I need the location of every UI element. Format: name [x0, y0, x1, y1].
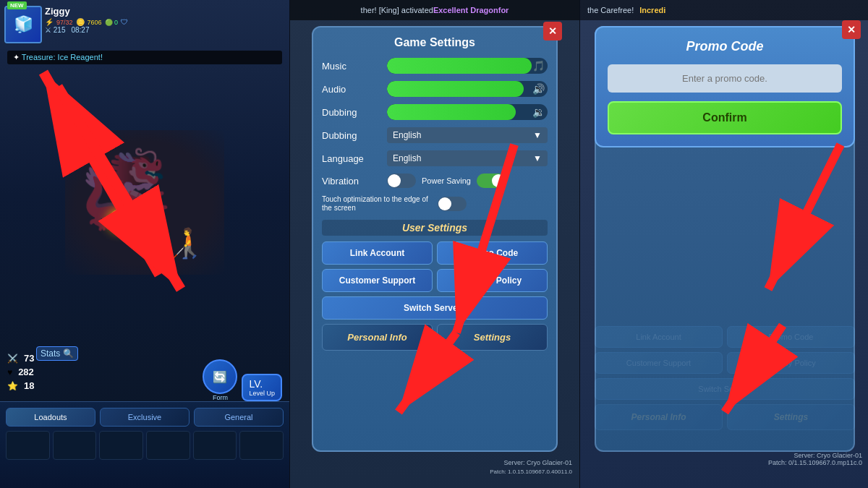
power-saving-knob — [492, 174, 505, 187]
levelup-text: Level Up — [249, 390, 275, 397]
music-slider[interactable]: 🎵 — [387, 58, 548, 74]
slot-6 — [239, 431, 284, 460]
dubbing-icon: 🔉 — [532, 106, 545, 118]
attack-value: 73 — [24, 353, 34, 364]
vibration-toggle[interactable] — [387, 174, 416, 188]
audio-setting: Audio 🔊 — [322, 81, 548, 97]
dubbing-dropdown[interactable]: English ▼ — [387, 127, 548, 143]
promo-title: Promo Code — [608, 39, 842, 54]
language-value: English — [393, 153, 421, 163]
notif-prefix: ther! [King] activated — [361, 6, 433, 14]
character-icon: 🧑‍🦯 — [166, 226, 203, 260]
p3-server-info: Server: Cryo Glacier-01 Patch: 0/1.15.10… — [768, 452, 862, 466]
slot-4 — [146, 431, 190, 460]
bottom-right-controls: 🔄 Form LV. Level Up — [203, 359, 282, 401]
panel-promo-code: the Carefree! Incredi Game Settings Musi… — [580, 0, 868, 488]
treasure-notification: ✦ Treasure: Ice Reagent! — [7, 51, 282, 64]
music-icon: 🎵 — [532, 60, 545, 72]
slot-5 — [193, 431, 237, 460]
audio-icon: 🔊 — [532, 83, 545, 95]
notification-bar: ther! [King] activated Excellent Dragonf… — [290, 0, 579, 20]
chevron-down-icon-lang: ▼ — [533, 153, 542, 163]
touch-knob — [438, 197, 451, 210]
user-btn-grid: Link Account Promo Code — [322, 241, 548, 265]
player-level: ⚔ 215 — [45, 26, 65, 34]
star-stat: ⭐ 18 — [7, 380, 34, 391]
privacy-policy-button[interactable]: Privacy Policy — [437, 269, 548, 292]
audio-label: Audio — [322, 84, 387, 95]
panel-gameplay: 🧊 NEW Ziggy ⚡ 97/32 🪙 7606 🟢 0 🛡 ⚔ 215 0… — [0, 0, 289, 488]
p3-patch: Patch: 0/1.15.109667.0.mp11c.0 — [768, 459, 862, 466]
level-up-button[interactable]: LV. Level Up — [242, 374, 282, 401]
player-info: Ziggy ⚡ 97/32 🪙 7606 🟢 0 🛡 ⚔ 215 08:27 — [45, 6, 285, 34]
promo-code-input[interactable] — [608, 64, 842, 93]
audio-slider[interactable]: 🔊 — [387, 81, 548, 97]
slot-2 — [53, 431, 97, 460]
form-button[interactable]: 🔄 — [203, 359, 237, 394]
stats-icon-btn[interactable]: Stats 🔍 — [36, 346, 78, 359]
star-icon: ⭐ — [7, 381, 18, 391]
modal-close-button[interactable]: ✕ — [543, 22, 562, 40]
settings-modal: ✕ Game Settings Music 🎵 Audio 🔊 Dubbing … — [312, 26, 558, 452]
promo-code-button[interactable]: Promo Code — [437, 241, 548, 265]
dubbing-fill — [387, 104, 516, 120]
attack-stat: ⚔️ 73 — [7, 353, 34, 364]
exclusive-button[interactable]: Exclusive — [100, 408, 190, 427]
touch-setting: Touch optimization to the edge of the sc… — [322, 195, 548, 213]
levelup-lv: LV. — [249, 378, 275, 390]
coin-count: 7606 — [88, 19, 102, 26]
dubbing-slider-setting: Dubbing 🔉 — [322, 104, 548, 120]
timer: 08:27 — [71, 26, 89, 34]
player-name: Ziggy — [45, 6, 285, 17]
language-label: Language — [322, 153, 387, 164]
switch-servers-button[interactable]: Switch Servers — [322, 296, 548, 320]
p3-title: Incredi — [639, 6, 665, 14]
loadouts-button[interactable]: Loadouts — [6, 408, 95, 427]
language-setting: Language English ▼ — [322, 150, 548, 166]
music-fill — [387, 58, 532, 74]
nav-slots — [6, 431, 284, 460]
hp-stat-value: 282 — [18, 367, 34, 377]
dubbing-slider[interactable]: 🔉 — [387, 104, 548, 120]
customer-support-button[interactable]: Customer Support — [322, 269, 433, 292]
panel-settings: ther! [King] activated Excellent Dragonf… — [290, 0, 579, 488]
form-label: Form — [213, 394, 228, 401]
hud-stats-row: ⚡ 97/32 🪙 7606 🟢 0 🛡 — [45, 18, 285, 26]
bottom-nav: Loadouts Exclusive General — [0, 401, 289, 488]
sword-icon: ⚔️ — [7, 354, 18, 364]
nav-top-row: Loadouts Exclusive General — [6, 408, 284, 427]
power-saving-label: Power Saving — [422, 176, 471, 185]
dubbing-dropdown-setting: Dubbing English ▼ — [322, 127, 548, 143]
personal-info-button[interactable]: Personal Info — [322, 324, 433, 351]
user-settings-title: User Settings — [322, 220, 548, 236]
slot-3 — [99, 431, 143, 460]
panel3-hud: the Carefree! Incredi — [580, 0, 868, 20]
dubbing-value: English — [393, 130, 421, 140]
settings-button[interactable]: Settings — [437, 324, 548, 351]
touch-toggle[interactable] — [438, 197, 467, 211]
confirm-button[interactable]: Confirm — [608, 101, 842, 134]
panel3-close-button[interactable]: ✕ — [842, 20, 861, 39]
coin-icon: 🪙 — [76, 18, 85, 26]
dubbing-dropdown-label: Dubbing — [322, 130, 387, 141]
link-account-button[interactable]: Link Account — [322, 241, 433, 265]
server-info: Server: Cryo Glacier-01 — [503, 459, 572, 466]
avatar-image: 🧊 — [6, 7, 41, 42]
avatar: 🧊 NEW — [4, 6, 42, 43]
p3-player-name: the Carefree! — [587, 6, 634, 14]
hp-value: 97/32 — [56, 19, 73, 26]
user-btn-grid-2: Customer Support Privacy Policy — [322, 269, 548, 292]
monster-scene: 🐉 🧑‍🦯 — [0, 65, 289, 340]
language-dropdown[interactable]: English ▼ — [387, 150, 548, 166]
star-value: 18 — [24, 380, 34, 391]
power-saving-toggle[interactable] — [477, 174, 506, 188]
orb — [109, 210, 130, 231]
promo-code-modal: Promo Code Confirm — [595, 26, 855, 147]
general-button[interactable]: General — [194, 408, 284, 427]
hp-stat: ♥ 282 — [7, 367, 34, 377]
bottom-stats: ⚔️ 73 ♥ 282 ⭐ 18 — [7, 353, 34, 394]
gem-count: 🟢 0 — [105, 19, 119, 26]
shield-icon: 🛡 — [121, 18, 128, 26]
modal-title: Game Settings — [322, 36, 548, 49]
audio-fill — [387, 81, 524, 97]
